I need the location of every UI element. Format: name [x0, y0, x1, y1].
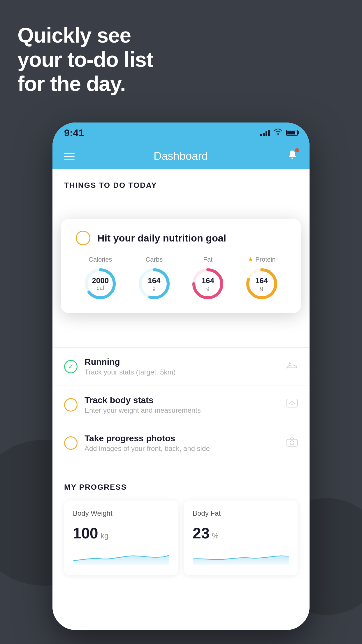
progress-cards: Body Weight 100 kg: [64, 501, 298, 575]
camera-icon: [286, 437, 298, 449]
body-weight-chart: [73, 548, 169, 565]
phone-frame: 9:41 Dashboard: [52, 123, 310, 630]
macros-row: Calories 2000 cal: [76, 256, 286, 301]
protein-value: 164: [255, 276, 268, 285]
fat-label: Fat: [203, 256, 212, 263]
notification-bell[interactable]: [287, 149, 298, 163]
running-title: Running: [85, 357, 279, 367]
body-weight-value-row: 100 kg: [73, 524, 169, 542]
scale-icon: [286, 398, 298, 412]
nutrition-card-header: Hit your daily nutrition goal: [76, 231, 286, 245]
hero-line2: your to-do list: [17, 48, 153, 72]
todo-item-photos[interactable]: Take progress photos Add images of your …: [52, 424, 310, 462]
battery-icon: [286, 130, 298, 136]
todo-item-body-stats[interactable]: Track body stats Enter your weight and m…: [52, 386, 310, 424]
svg-rect-10: [287, 439, 297, 446]
hero-text: Quickly see your to-do list for the day.: [17, 23, 153, 96]
protein-donut: 164 g: [244, 266, 279, 301]
fat-unit: g: [202, 285, 214, 291]
body-fat-card: Body Fat 23 %: [184, 501, 298, 575]
running-subtitle: Track your stats (target: 5km): [85, 368, 279, 376]
signal-icon: [260, 129, 270, 136]
fat-value: 164: [202, 276, 214, 285]
photos-check-circle: [64, 436, 78, 450]
macro-fat: Fat 164 g: [190, 256, 225, 301]
svg-point-11: [290, 441, 294, 445]
calories-donut: 2000 cal: [83, 266, 118, 301]
carbs-value: 164: [148, 276, 160, 285]
nutrition-check-circle[interactable]: [76, 231, 90, 245]
body-weight-value: 100: [73, 524, 98, 542]
photos-text: Take progress photos Add images of your …: [85, 433, 279, 453]
body-fat-value: 23: [193, 524, 210, 542]
body-stats-subtitle: Enter your weight and measurements: [85, 406, 279, 414]
wifi-icon: [274, 129, 282, 137]
nav-bar: Dashboard: [52, 143, 310, 169]
todo-item-running[interactable]: ✓ Running Track your stats (target: 5km): [52, 348, 310, 386]
body-fat-value-row: 23 %: [193, 524, 289, 542]
status-icons: [260, 129, 298, 137]
calories-label: Calories: [89, 256, 112, 263]
svg-rect-8: [287, 399, 297, 407]
running-check-circle: ✓: [64, 360, 78, 373]
hamburger-menu[interactable]: [64, 153, 75, 160]
macro-protein: ★ Protein 164 g: [244, 256, 279, 301]
photos-subtitle: Add images of your front, back, and side: [85, 444, 279, 453]
nav-title: Dashboard: [154, 150, 208, 162]
body-fat-title: Body Fat: [193, 509, 289, 517]
body-stats-text: Track body stats Enter your weight and m…: [85, 395, 279, 414]
things-to-do-header: THINGS TO DO TODAY: [52, 169, 310, 196]
progress-header: MY PROGRESS: [64, 483, 298, 492]
nutrition-card-title: Hit your daily nutrition goal: [97, 232, 226, 244]
body-stats-check-circle: [64, 398, 78, 412]
carbs-donut: 164 g: [137, 266, 172, 301]
fat-donut: 164 g: [190, 266, 225, 301]
nutrition-goal-card: Hit your daily nutrition goal Calories: [61, 219, 301, 313]
hero-line1: Quickly see: [17, 23, 153, 48]
app-content: THINGS TO DO TODAY Hit your daily nutrit…: [52, 169, 310, 630]
checkmark-icon: ✓: [68, 363, 74, 371]
svg-point-9: [291, 404, 293, 405]
body-fat-unit: %: [212, 531, 219, 540]
body-weight-card: Body Weight 100 kg: [64, 501, 178, 575]
carbs-unit: g: [148, 285, 160, 291]
status-time: 9:41: [64, 127, 84, 139]
protein-label: ★ Protein: [248, 256, 276, 263]
photos-title: Take progress photos: [85, 433, 279, 443]
running-text: Running Track your stats (target: 5km): [85, 357, 279, 376]
shoe-icon: [286, 360, 298, 373]
star-icon: ★: [248, 256, 254, 263]
body-weight-title: Body Weight: [73, 509, 169, 517]
calories-value: 2000: [92, 276, 109, 285]
body-fat-chart: [193, 548, 289, 565]
notification-dot: [295, 148, 299, 152]
todo-list: ✓ Running Track your stats (target: 5km): [52, 347, 310, 462]
progress-section: MY PROGRESS Body Weight 100 kg: [52, 471, 310, 575]
body-stats-title: Track body stats: [85, 395, 279, 405]
carbs-label: Carbs: [145, 256, 163, 263]
protein-unit: g: [255, 285, 268, 291]
macro-calories: Calories 2000 cal: [83, 256, 118, 301]
body-weight-unit: kg: [101, 531, 108, 540]
hero-line3: for the day.: [17, 72, 153, 96]
macro-carbs: Carbs 164 g: [137, 256, 172, 301]
status-bar: 9:41: [52, 123, 310, 143]
calories-unit: cal: [92, 285, 109, 291]
